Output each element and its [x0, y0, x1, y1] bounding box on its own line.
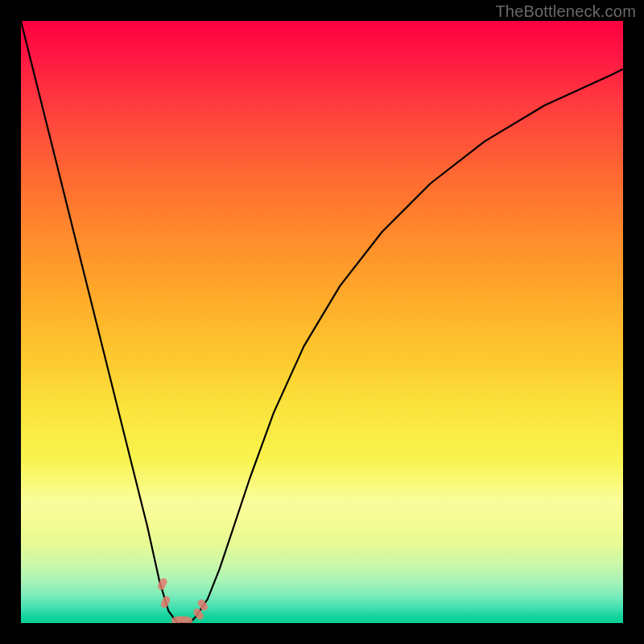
data-marker: [180, 616, 193, 623]
bottleneck-curve: [21, 21, 623, 623]
plot-area: [21, 21, 623, 623]
data-marker: [159, 595, 171, 609]
chart-frame: TheBottleneck.com: [0, 0, 644, 644]
curve-layer: [21, 21, 623, 623]
watermark-text: TheBottleneck.com: [495, 2, 636, 21]
